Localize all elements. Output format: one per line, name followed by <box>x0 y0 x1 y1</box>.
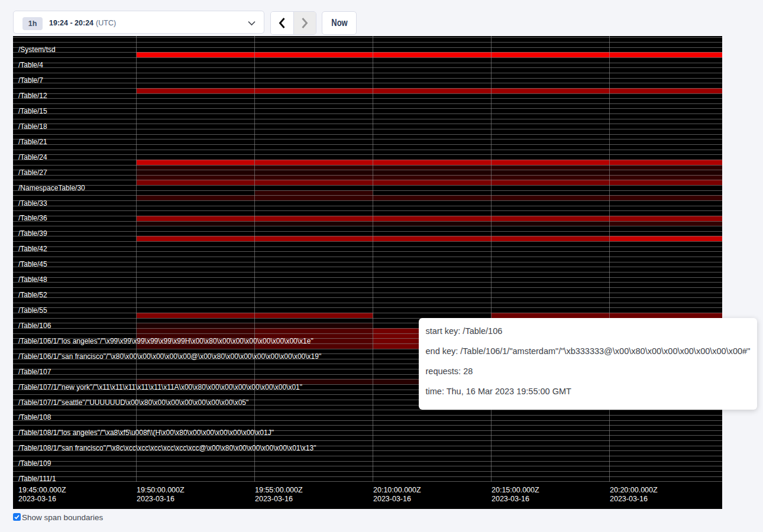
svg-text:/Table/45: /Table/45 <box>18 260 47 268</box>
svg-text:/Table/109: /Table/109 <box>18 459 51 468</box>
svg-text:/Table/106/1/"los angeles"/"\x: /Table/106/1/"los angeles"/"\x99\x99\x99… <box>18 336 313 345</box>
svg-text:/Table/39: /Table/39 <box>18 229 47 238</box>
svg-text:/Table/55: /Table/55 <box>18 306 47 314</box>
svg-text:2023-03-16: 2023-03-16 <box>373 495 411 503</box>
svg-text:2023-03-16: 2023-03-16 <box>255 495 293 503</box>
svg-text:/NamespaceTable/30: /NamespaceTable/30 <box>18 183 85 192</box>
svg-text:20:10:00.000Z: 20:10:00.000Z <box>373 486 421 494</box>
svg-text:/Table/12: /Table/12 <box>18 92 47 100</box>
svg-text:2023-03-16: 2023-03-16 <box>137 495 174 503</box>
svg-text:2023-03-16: 2023-03-16 <box>492 495 529 503</box>
svg-text:/Table/108/1/"los angeles"/"\x: /Table/108/1/"los angeles"/"\xa8\xf5\u00… <box>18 429 274 437</box>
svg-text:20:15:00.000Z: 20:15:00.000Z <box>492 486 539 494</box>
svg-text:/Table/107: /Table/107 <box>18 367 51 375</box>
svg-text:/Table/107/1/"new york"/"\x11\: /Table/107/1/"new york"/"\x11\x11\x11\x1… <box>18 382 302 391</box>
svg-text:/Table/24: /Table/24 <box>18 153 47 161</box>
svg-text:/System/tsd: /System/tsd <box>18 46 56 54</box>
svg-text:/Table/106/1/"san francisco"/": /Table/106/1/"san francisco"/"\x80\x00\x… <box>18 352 321 360</box>
svg-text:/Table/52: /Table/52 <box>18 291 47 299</box>
svg-text:/Table/36: /Table/36 <box>18 214 47 222</box>
svg-text:2023-03-16: 2023-03-16 <box>18 495 56 503</box>
svg-text:/Table/108/1/"san francisco"/": /Table/108/1/"san francisco"/"\x8c\xcc\x… <box>18 444 316 452</box>
svg-text:/Table/7: /Table/7 <box>18 76 43 85</box>
svg-text:/Table/107/1/"seattle"/"UUUUUU: /Table/107/1/"seattle"/"UUUUUUD\x00\x80\… <box>18 398 248 406</box>
svg-text:/Table/18: /Table/18 <box>18 122 47 130</box>
svg-text:/Table/42: /Table/42 <box>18 245 47 253</box>
svg-text:19:50:00.000Z: 19:50:00.000Z <box>137 486 185 494</box>
svg-text:20:20:00.000Z: 20:20:00.000Z <box>610 486 658 494</box>
svg-text:/Table/108: /Table/108 <box>18 413 51 421</box>
svg-text:/Table/111/1: /Table/111/1 <box>18 475 56 483</box>
svg-text:19:55:00.000Z: 19:55:00.000Z <box>255 486 303 494</box>
svg-text:19:45:00.000Z: 19:45:00.000Z <box>18 486 66 494</box>
svg-text:/Table/106: /Table/106 <box>18 321 51 329</box>
svg-text:/Table/4: /Table/4 <box>18 61 43 69</box>
svg-text:2023-03-16: 2023-03-16 <box>610 495 648 503</box>
svg-text:/Table/27: /Table/27 <box>18 168 47 176</box>
svg-text:/Table/15: /Table/15 <box>18 107 47 115</box>
svg-text:/Table/48: /Table/48 <box>18 275 47 284</box>
svg-text:/Table/33: /Table/33 <box>18 199 47 207</box>
svg-text:/Table/21: /Table/21 <box>18 137 47 145</box>
